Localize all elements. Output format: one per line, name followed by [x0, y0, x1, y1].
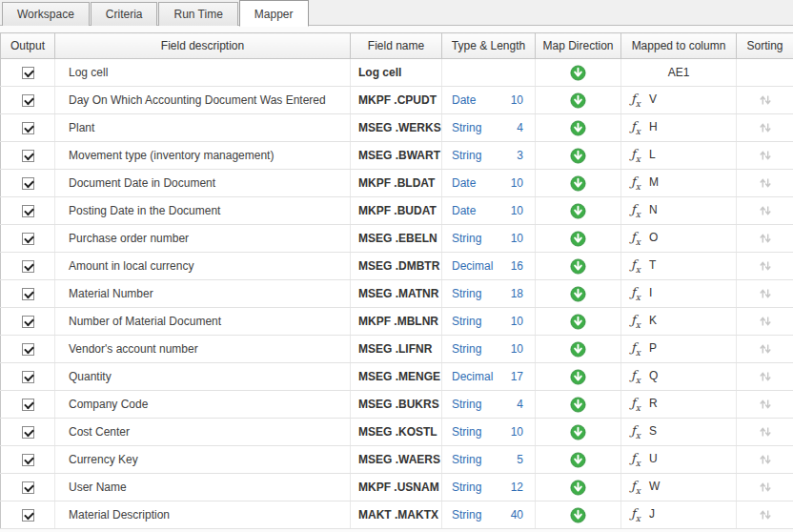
type-link[interactable]: Decimal: [452, 370, 493, 383]
tab-criteria[interactable]: Criteria: [91, 2, 158, 26]
map-direction-down-icon[interactable]: [570, 369, 586, 385]
type-link[interactable]: String: [452, 453, 481, 466]
map-direction-down-icon[interactable]: [570, 231, 586, 247]
sort-icon[interactable]: [759, 149, 772, 162]
map-direction-down-icon[interactable]: [570, 286, 586, 302]
map-direction-down-icon[interactable]: [570, 507, 586, 523]
table-row[interactable]: Material Number MSEG .MATNR String 18 ƒx…: [1, 280, 793, 308]
table-row[interactable]: Plant MSEG .WERKS String 4 ƒxH: [1, 114, 793, 142]
sort-icon[interactable]: [759, 93, 772, 107]
table-row[interactable]: Number of Material Document MKPF .MBLNR …: [1, 308, 793, 336]
fx-formula-icon[interactable]: ƒx: [631, 147, 640, 161]
type-link[interactable]: String: [452, 398, 481, 411]
map-direction-down-icon[interactable]: [570, 175, 586, 192]
header-map-direction[interactable]: Map Direction: [536, 33, 621, 59]
table-row[interactable]: Document Date in Document MKPF .BLDAT Da…: [1, 170, 793, 197]
table-row[interactable]: User Name MKPF .USNAM String 12 ƒxW: [1, 474, 793, 501]
type-link[interactable]: String: [452, 315, 481, 328]
fx-formula-icon[interactable]: ƒx: [631, 92, 640, 106]
header-type-length[interactable]: Type & Length: [442, 33, 536, 59]
output-checkbox[interactable]: [22, 371, 34, 383]
fx-formula-icon[interactable]: ƒx: [631, 285, 640, 299]
sort-icon[interactable]: [759, 121, 772, 134]
fx-formula-icon[interactable]: ƒx: [631, 368, 640, 382]
table-row[interactable]: Log cell Log cell ƒxAE1: [1, 59, 793, 87]
sort-icon[interactable]: [759, 481, 772, 494]
output-checkbox[interactable]: [22, 399, 34, 411]
table-row[interactable]: Quantity MSEG .MENGE Decimal 17 ƒxQ: [1, 363, 793, 391]
sort-icon[interactable]: [759, 287, 772, 300]
length-link[interactable]: 10: [511, 176, 523, 190]
table-row[interactable]: Purchase order number MSEG .EBELN String…: [1, 225, 793, 253]
type-link[interactable]: String: [452, 481, 481, 494]
length-link[interactable]: 12: [511, 481, 523, 494]
map-direction-down-icon[interactable]: [570, 203, 586, 219]
output-checkbox[interactable]: [22, 481, 34, 494]
fx-formula-icon[interactable]: ƒx: [631, 506, 640, 521]
map-direction-down-icon[interactable]: [570, 258, 586, 275]
output-checkbox[interactable]: [22, 454, 34, 466]
tab-workspace[interactable]: Workspace: [2, 2, 90, 26]
table-row[interactable]: Amount in local currency MSEG .DMBTR Dec…: [1, 253, 793, 280]
length-link[interactable]: 10: [511, 204, 523, 217]
fx-formula-icon[interactable]: ƒx: [631, 230, 640, 244]
header-mapped-to-column[interactable]: Mapped to column: [621, 33, 737, 59]
sort-icon[interactable]: [759, 425, 772, 439]
header-output[interactable]: Output: [1, 33, 55, 59]
type-link[interactable]: String: [452, 342, 481, 356]
type-link[interactable]: Decimal: [452, 259, 493, 273]
length-link[interactable]: 10: [511, 425, 523, 439]
sort-icon[interactable]: [759, 370, 772, 383]
output-checkbox[interactable]: [22, 509, 34, 522]
length-link[interactable]: 40: [511, 508, 523, 522]
sort-icon[interactable]: [759, 232, 772, 245]
output-checkbox[interactable]: [22, 177, 34, 190]
table-row[interactable]: Day On Which Accounting Document Was Ent…: [1, 87, 793, 114]
sort-icon[interactable]: [759, 508, 772, 522]
header-sorting[interactable]: Sorting: [737, 33, 793, 59]
table-row[interactable]: Currency Key MSEG .WAERS String 5 ƒxU: [1, 446, 793, 474]
table-row[interactable]: Company Code MSEG .BUKRS String 4 ƒxR: [1, 391, 793, 419]
map-direction-down-icon[interactable]: [570, 120, 586, 136]
output-checkbox[interactable]: [22, 426, 34, 439]
sort-icon[interactable]: [759, 315, 772, 328]
map-direction-down-icon[interactable]: [570, 314, 586, 330]
map-direction-down-icon[interactable]: [570, 424, 586, 440]
length-link[interactable]: 10: [511, 342, 523, 356]
map-direction-down-icon[interactable]: [570, 65, 586, 81]
length-link[interactable]: 10: [511, 232, 523, 245]
map-direction-down-icon[interactable]: [570, 92, 586, 109]
type-link[interactable]: String: [452, 425, 481, 439]
fx-formula-icon[interactable]: ƒx: [631, 423, 640, 438]
header-field-name[interactable]: Field name: [351, 33, 442, 59]
map-direction-down-icon[interactable]: [570, 452, 586, 468]
map-direction-down-icon[interactable]: [570, 397, 586, 413]
length-link[interactable]: 10: [511, 93, 523, 107]
fx-formula-icon[interactable]: ƒx: [631, 174, 640, 189]
sort-icon[interactable]: [759, 453, 772, 466]
length-link[interactable]: 5: [517, 453, 523, 466]
fx-formula-icon[interactable]: ƒx: [631, 202, 640, 216]
header-field-description[interactable]: Field description: [55, 33, 351, 59]
output-checkbox[interactable]: [22, 288, 34, 300]
sort-icon[interactable]: [759, 342, 772, 356]
fx-formula-icon[interactable]: ƒx: [631, 451, 640, 465]
type-link[interactable]: Date: [452, 93, 476, 107]
table-row[interactable]: Movement type (inventory management) MSE…: [1, 142, 793, 170]
output-checkbox[interactable]: [22, 343, 34, 356]
output-checkbox[interactable]: [22, 150, 34, 162]
type-link[interactable]: String: [452, 121, 481, 134]
fx-formula-icon[interactable]: ƒx: [631, 119, 640, 133]
map-direction-down-icon[interactable]: [570, 480, 586, 496]
type-link[interactable]: Date: [452, 176, 476, 190]
fx-formula-icon[interactable]: ƒx: [631, 479, 640, 493]
sort-icon[interactable]: [759, 398, 772, 411]
length-link[interactable]: 10: [511, 315, 523, 328]
sort-icon[interactable]: [759, 176, 772, 190]
fx-formula-icon[interactable]: ƒx: [631, 257, 640, 272]
type-link[interactable]: String: [452, 232, 481, 245]
output-checkbox[interactable]: [22, 94, 34, 107]
map-direction-down-icon[interactable]: [570, 341, 586, 358]
output-checkbox[interactable]: [22, 122, 34, 134]
tab-mapper[interactable]: Mapper: [239, 0, 309, 27]
